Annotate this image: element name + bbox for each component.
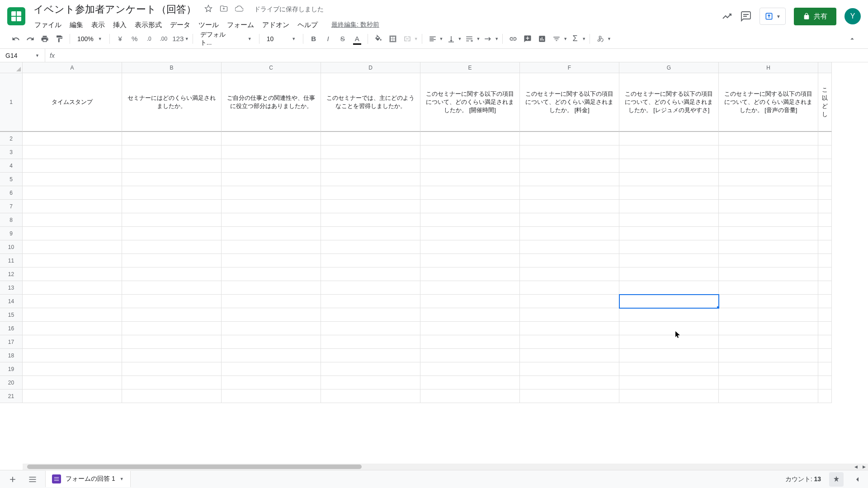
cell[interactable] (23, 213, 122, 227)
cell[interactable] (420, 213, 520, 227)
cell[interactable]: タイムスタンプ (23, 73, 122, 132)
row-header[interactable]: 2 (0, 132, 23, 145)
cell[interactable] (818, 227, 832, 240)
row-header[interactable]: 19 (0, 362, 23, 376)
cell[interactable] (222, 376, 321, 389)
cell[interactable] (23, 227, 122, 240)
cell[interactable] (23, 322, 122, 335)
cell[interactable] (719, 159, 818, 173)
cell[interactable] (23, 200, 122, 213)
menu-edit[interactable]: 編集 (66, 19, 87, 31)
menu-tools[interactable]: ツール (195, 19, 222, 31)
cell[interactable]: このセミナーに関する以下の項目について、どのくらい満足されましたか。 [開催時間… (420, 73, 520, 132)
row-header[interactable]: 10 (0, 240, 23, 254)
cell[interactable] (619, 227, 719, 240)
cell[interactable] (520, 132, 619, 145)
cell[interactable] (619, 362, 719, 376)
cell[interactable] (23, 132, 122, 145)
row-header[interactable]: 21 (0, 389, 23, 403)
cell[interactable] (122, 267, 222, 281)
cell[interactable] (818, 322, 832, 335)
cell[interactable] (122, 159, 222, 173)
cell[interactable] (420, 322, 520, 335)
comment-icon[interactable] (741, 11, 751, 22)
strikethrough-button[interactable]: S (336, 32, 349, 46)
cell[interactable] (122, 186, 222, 200)
cell[interactable] (619, 186, 719, 200)
cell[interactable] (520, 159, 619, 173)
cell[interactable] (420, 362, 520, 376)
cell[interactable] (321, 186, 420, 200)
cell[interactable] (122, 308, 222, 322)
cell[interactable] (222, 281, 321, 295)
cell[interactable] (420, 281, 520, 295)
cell[interactable] (619, 173, 719, 186)
cell[interactable] (420, 389, 520, 403)
collapse-toolbar-button[interactable] (845, 32, 859, 46)
row-header[interactable]: 14 (0, 295, 23, 308)
cell[interactable] (23, 281, 122, 295)
cell[interactable] (321, 254, 420, 267)
menu-format[interactable]: 表示形式 (131, 19, 165, 31)
cell[interactable] (719, 132, 818, 145)
cell[interactable] (23, 308, 122, 322)
menu-data[interactable]: データ (166, 19, 194, 31)
cell[interactable] (23, 335, 122, 349)
cell[interactable] (321, 240, 420, 254)
cell[interactable] (222, 227, 321, 240)
cell[interactable] (719, 173, 818, 186)
format-currency-button[interactable]: ¥ (113, 32, 127, 46)
cell[interactable] (122, 389, 222, 403)
move-icon[interactable] (220, 5, 228, 14)
cell[interactable] (818, 362, 832, 376)
activity-icon[interactable] (722, 11, 732, 22)
text-color-button[interactable]: A (350, 32, 364, 46)
cell[interactable] (222, 389, 321, 403)
cell[interactable] (818, 173, 832, 186)
cell[interactable] (520, 281, 619, 295)
cell[interactable] (222, 132, 321, 145)
bold-button[interactable]: B (307, 32, 321, 46)
cell[interactable]: こ 以 ど し (818, 73, 832, 132)
column-header[interactable]: F (520, 62, 619, 73)
cell[interactable] (222, 173, 321, 186)
grid-area[interactable]: ABCDEFGH1タイムスタンプセミナーにはどのくらい満足されましたか。ご自分の… (0, 62, 868, 470)
cell[interactable] (420, 159, 520, 173)
cell[interactable] (23, 349, 122, 362)
cell[interactable] (321, 132, 420, 145)
cell[interactable] (23, 389, 122, 403)
cell[interactable] (818, 145, 832, 159)
cell[interactable] (818, 240, 832, 254)
cell[interactable] (420, 132, 520, 145)
sheets-logo[interactable] (7, 7, 25, 25)
cell[interactable] (222, 159, 321, 173)
cell[interactable] (719, 295, 818, 308)
cell[interactable] (420, 186, 520, 200)
cell[interactable] (719, 349, 818, 362)
account-avatar[interactable]: Y (844, 8, 861, 24)
cell[interactable] (321, 308, 420, 322)
cell[interactable] (122, 335, 222, 349)
cell[interactable] (420, 200, 520, 213)
cell[interactable] (122, 240, 222, 254)
cell[interactable] (818, 213, 832, 227)
add-sheet-button[interactable] (5, 472, 20, 487)
cell[interactable] (619, 240, 719, 254)
cell[interactable] (420, 308, 520, 322)
zoom-select[interactable]: 100%▼ (74, 35, 106, 42)
cell[interactable] (719, 335, 818, 349)
formula-input[interactable] (59, 49, 868, 62)
row-header[interactable]: 18 (0, 349, 23, 362)
menu-help[interactable]: ヘルプ (294, 19, 321, 31)
column-header[interactable]: B (122, 62, 222, 73)
input-method-button[interactable]: あ▼ (594, 32, 611, 46)
cell[interactable] (719, 227, 818, 240)
row-header[interactable]: 9 (0, 227, 23, 240)
cell[interactable] (23, 240, 122, 254)
cell[interactable] (222, 295, 321, 308)
cell[interactable] (222, 145, 321, 159)
chevron-down-icon[interactable]: ▼ (776, 14, 781, 19)
cell[interactable] (222, 240, 321, 254)
redo-button[interactable] (24, 32, 37, 46)
cell[interactable] (222, 200, 321, 213)
